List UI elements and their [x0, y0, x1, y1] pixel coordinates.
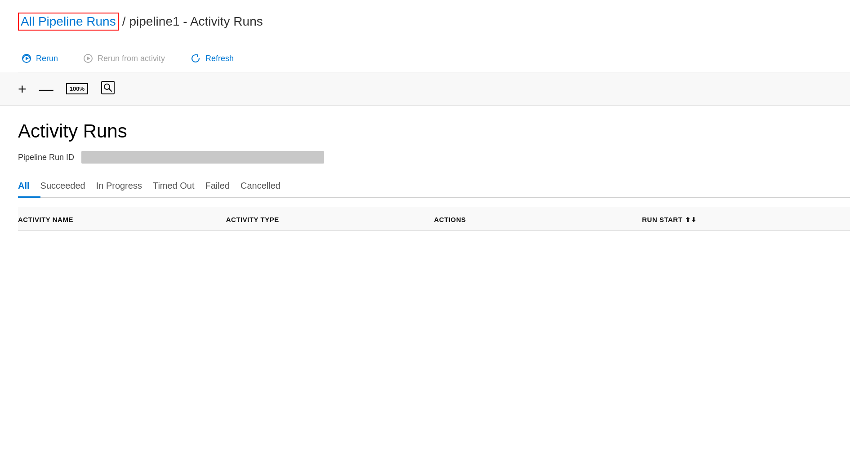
svg-marker-3: [87, 57, 90, 60]
col-header-activity-type: ACTIVITY TYPE: [226, 216, 434, 223]
refresh-icon: [190, 53, 201, 64]
breadcrumb-separator: /: [122, 14, 126, 29]
tab-all[interactable]: All: [18, 176, 40, 198]
tab-failed[interactable]: Failed: [205, 176, 240, 198]
svg-marker-1: [26, 57, 29, 60]
rerun-from-activity-icon: [83, 53, 93, 63]
tab-timed-out[interactable]: Timed Out: [153, 176, 205, 198]
tabs: All Succeeded In Progress Timed Out Fail…: [18, 176, 850, 198]
zoom-search-icon: [101, 80, 115, 97]
zoom-in-button[interactable]: +: [18, 82, 27, 96]
breadcrumb-current: pipeline1 - Activity Runs: [129, 14, 263, 29]
rerun-label: Rerun: [36, 54, 58, 63]
zoom-100-icon: 100%: [66, 83, 88, 94]
refresh-button[interactable]: Refresh: [187, 51, 237, 66]
tab-succeeded[interactable]: Succeeded: [40, 176, 96, 198]
tab-cancelled[interactable]: Cancelled: [240, 176, 291, 198]
activity-runs-section: Activity Runs Pipeline Run ID All Succee…: [18, 106, 850, 231]
svg-line-6: [109, 89, 111, 92]
rerun-button[interactable]: Rerun: [18, 52, 62, 65]
rerun-from-activity-button[interactable]: Rerun from activity: [80, 52, 169, 65]
col-header-run-start-label: RUN START: [642, 216, 682, 223]
breadcrumb: All Pipeline Runs / pipeline1 - Activity…: [18, 13, 850, 31]
section-title: Activity Runs: [18, 120, 850, 142]
rerun-icon: [22, 53, 31, 63]
zoom-in-icon: +: [18, 82, 27, 96]
zoom-out-icon: —: [39, 82, 53, 96]
col-header-run-start[interactable]: RUN START ⬆⬇: [642, 216, 850, 223]
refresh-label: Refresh: [205, 54, 234, 63]
tab-in-progress[interactable]: In Progress: [96, 176, 153, 198]
zoom-toolbar: + — 100%: [0, 72, 850, 106]
col-header-actions: ACTIONS: [434, 216, 642, 223]
pipeline-run-id-label: Pipeline Run ID: [18, 153, 74, 162]
col-header-activity-name: ACTIVITY NAME: [18, 216, 226, 223]
pipeline-run-id-row: Pipeline Run ID: [18, 151, 850, 164]
svg-rect-4: [102, 81, 114, 94]
toolbar: Rerun Rerun from activity Refresh: [18, 45, 850, 72]
all-pipeline-runs-link[interactable]: All Pipeline Runs: [18, 13, 119, 31]
zoom-100-button[interactable]: 100%: [66, 83, 88, 94]
sort-icon: ⬆⬇: [685, 216, 696, 223]
table-header: ACTIVITY NAME ACTIVITY TYPE ACTIONS RUN …: [18, 207, 850, 231]
pipeline-run-id-value: [81, 151, 324, 164]
rerun-from-activity-label: Rerun from activity: [98, 54, 165, 63]
zoom-out-button[interactable]: —: [39, 82, 53, 96]
page-container: All Pipeline Runs / pipeline1 - Activity…: [0, 0, 868, 244]
zoom-search-button[interactable]: [101, 80, 115, 97]
